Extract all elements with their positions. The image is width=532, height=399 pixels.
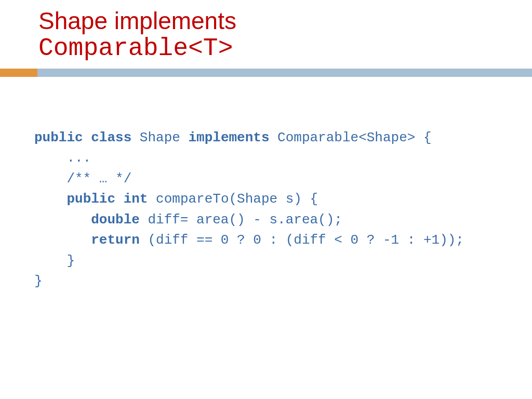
keyword-implements: implements bbox=[188, 130, 269, 145]
code-text: (diff == 0 ? 0 : (diff < 0 ? -1 : +1)); bbox=[140, 232, 464, 248]
code-text: Comparable<Shape> { bbox=[270, 130, 432, 145]
code-text: ... bbox=[34, 150, 91, 166]
keyword-class: class bbox=[91, 130, 131, 145]
code-text: } bbox=[34, 253, 75, 269]
code-indent bbox=[34, 191, 66, 207]
code-text: compareTo(Shape s) { bbox=[148, 191, 318, 207]
accent-tab bbox=[0, 69, 37, 77]
keyword-int: int bbox=[124, 191, 148, 207]
code-block: public class Shape implements Comparable… bbox=[0, 77, 532, 292]
code-text: } bbox=[34, 273, 43, 289]
slide: Shape implements Comparable<T> public cl… bbox=[0, 0, 532, 399]
code-text: diff= area() - s.area(); bbox=[140, 212, 342, 228]
keyword-public: public bbox=[34, 130, 83, 145]
code-comment: /** … */ bbox=[34, 171, 131, 187]
title-line-2: Comparable<T> bbox=[38, 35, 532, 62]
keyword-public: public bbox=[66, 191, 115, 207]
code-text: Shape bbox=[131, 130, 188, 145]
slide-title: Shape implements Comparable<T> bbox=[0, 0, 532, 62]
code-indent bbox=[34, 212, 91, 228]
code-indent bbox=[34, 232, 91, 248]
title-line-1: Shape implements bbox=[38, 7, 532, 35]
keyword-double: double bbox=[91, 212, 140, 228]
accent-bar bbox=[0, 69, 532, 77]
keyword-return: return bbox=[91, 232, 140, 248]
